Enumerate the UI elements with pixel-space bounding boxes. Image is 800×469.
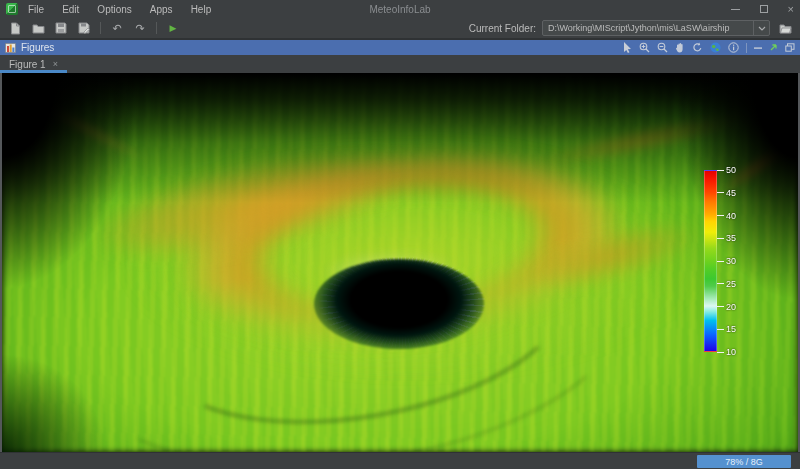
- undo-icon: ↶: [112, 23, 121, 34]
- save-as-icon: [78, 22, 90, 34]
- select-arrow-icon[interactable]: [623, 42, 632, 53]
- typhoon-eye: [314, 259, 484, 349]
- undo-button[interactable]: ↶: [108, 20, 126, 36]
- colorbar-tick: 50: [717, 165, 736, 175]
- open-folder-icon: [32, 23, 45, 34]
- background-corner: [2, 282, 262, 452]
- new-file-button[interactable]: [6, 20, 24, 36]
- app-window: File Edit Options Apps Help MeteoInfoLab…: [0, 0, 800, 469]
- tools-separator: [746, 43, 747, 53]
- save-as-button[interactable]: [75, 20, 93, 36]
- new-file-icon: [10, 22, 21, 35]
- save-icon: [55, 22, 67, 34]
- colorbar-tick: 15: [717, 324, 736, 334]
- rotate-icon[interactable]: [692, 42, 703, 53]
- zoom-in-icon[interactable]: [639, 42, 650, 53]
- memory-indicator[interactable]: 78% / 8G: [697, 455, 791, 468]
- colorbar-tick: 20: [717, 302, 736, 312]
- zoom-out-icon[interactable]: [657, 42, 668, 53]
- toolbar: ↶ ↷ ▶ Current Folder: D:\Working\MIScrip…: [0, 18, 800, 38]
- colorbar-tick: 35: [717, 233, 736, 243]
- info-icon[interactable]: [728, 42, 739, 53]
- current-folder-combobox[interactable]: D:\Working\MIScript\Jython\mis\LaSW\airs…: [542, 20, 770, 36]
- run-script-button[interactable]: ▶: [164, 20, 182, 36]
- maximize-icon[interactable]: [760, 5, 768, 13]
- chevron-down-icon: [758, 26, 766, 31]
- browse-folder-button[interactable]: [776, 20, 794, 36]
- colorbar: 50 45 40 35 30 25 20 15 10: [704, 170, 754, 352]
- minimize-icon[interactable]: [731, 9, 740, 10]
- redo-button[interactable]: ↷: [131, 20, 149, 36]
- toolbar-separator: [100, 22, 101, 34]
- tab-figure-1[interactable]: Figure 1 ×: [0, 55, 67, 73]
- open-file-button[interactable]: [29, 20, 47, 36]
- panel-float-icon[interactable]: [785, 43, 795, 52]
- app-logo-icon: [6, 3, 18, 15]
- toolbar-separator: [156, 22, 157, 34]
- colorbar-tick: 30: [717, 256, 736, 266]
- statusbar: 78% / 8G: [0, 452, 800, 469]
- tab-label: Figure 1: [9, 59, 46, 70]
- panel-restore-icon[interactable]: [769, 43, 778, 52]
- globe-icon[interactable]: [710, 42, 721, 53]
- menu-file[interactable]: File: [28, 4, 44, 15]
- close-icon[interactable]: ×: [788, 4, 794, 15]
- colorbar-gradient: [704, 170, 717, 352]
- pan-hand-icon[interactable]: [675, 42, 685, 53]
- menu-edit[interactable]: Edit: [62, 4, 79, 15]
- background-corner: [2, 73, 322, 303]
- panel-minimize-icon[interactable]: [754, 44, 762, 52]
- titlebar: File Edit Options Apps Help MeteoInfoLab…: [0, 0, 800, 18]
- colorbar-tick: 40: [717, 211, 736, 221]
- menubar: File Edit Options Apps Help: [28, 4, 211, 15]
- redo-icon: ↷: [135, 23, 144, 34]
- combobox-dropdown-button[interactable]: [753, 21, 769, 35]
- colorbar-tick: 10: [717, 347, 736, 357]
- figure-canvas[interactable]: 50 45 40 35 30 25 20 15 10: [0, 73, 800, 452]
- current-folder-value[interactable]: D:\Working\MIScript\Jython\mis\LaSW\airs…: [543, 23, 753, 33]
- figures-panel-header: Figures: [0, 40, 800, 55]
- figures-chart-icon: [5, 43, 16, 53]
- folder-browse-icon: [779, 23, 792, 34]
- menu-options[interactable]: Options: [97, 4, 131, 15]
- save-button[interactable]: [52, 20, 70, 36]
- menu-help[interactable]: Help: [191, 4, 212, 15]
- colorbar-tick: 45: [717, 188, 736, 198]
- run-icon: ▶: [170, 24, 177, 33]
- figures-panel-title: Figures: [21, 42, 54, 53]
- colorbar-tick: 25: [717, 279, 736, 289]
- tab-close-icon[interactable]: ×: [53, 60, 58, 69]
- current-folder-label: Current Folder:: [469, 23, 536, 34]
- menu-apps[interactable]: Apps: [150, 4, 173, 15]
- figure-tabbar: Figure 1 ×: [0, 55, 800, 73]
